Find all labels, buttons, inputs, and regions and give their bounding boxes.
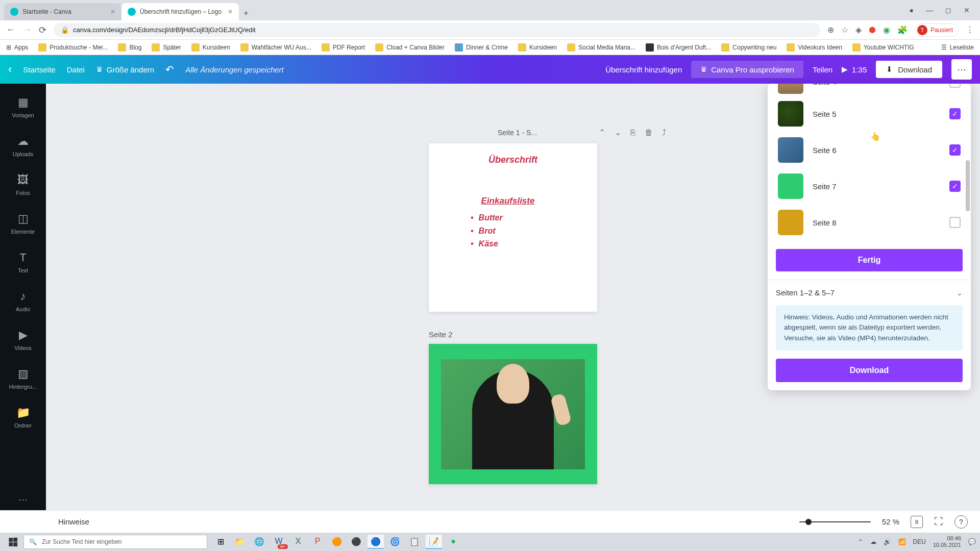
- download-button[interactable]: ⬇Download: [876, 61, 942, 78]
- home-link[interactable]: Startseite: [23, 65, 55, 74]
- excel-icon[interactable]: X: [290, 535, 306, 549]
- bookmark-item[interactable]: PDF Report: [322, 43, 365, 52]
- close-icon[interactable]: ✕: [228, 8, 233, 15]
- app-icon[interactable]: ⚫: [348, 535, 364, 549]
- checkbox[interactable]: [949, 84, 961, 88]
- sidebar-folders[interactable]: 📁Ordner: [0, 398, 46, 437]
- page-selector-list[interactable]: Seite 4 Seite 5 ✓ Seite 6 ✓ Seite 7 ✓ Se…: [768, 84, 971, 241]
- share-icon[interactable]: ⤴: [662, 128, 666, 137]
- minimize-icon[interactable]: —: [926, 6, 933, 14]
- checkbox-checked[interactable]: ✓: [949, 144, 961, 156]
- wifi-icon[interactable]: 📶: [898, 538, 906, 545]
- bookmark-item[interactable]: Bois d'Argent Duft...: [646, 43, 711, 52]
- apps-button[interactable]: ⊞Apps: [6, 44, 28, 51]
- sidebar-more[interactable]: ⋯: [18, 494, 28, 505]
- bookmark-item[interactable]: Produktsuche - Mer...: [38, 43, 108, 52]
- profile-icon[interactable]: ●: [910, 6, 914, 14]
- scrollbar[interactable]: [965, 84, 970, 241]
- volume-icon[interactable]: 🔊: [884, 538, 891, 545]
- checkbox-checked[interactable]: ✓: [949, 108, 961, 119]
- back-icon[interactable]: ←: [6, 24, 15, 35]
- bookmark-item[interactable]: Blog: [118, 43, 141, 52]
- document-title[interactable]: Überschrift hinzufügen: [605, 65, 682, 74]
- share-button[interactable]: Teilen: [813, 65, 832, 74]
- notifications-icon[interactable]: 💬: [968, 538, 976, 545]
- windows-search[interactable]: 🔍Zur Suche Text hier eingeben: [23, 535, 207, 549]
- forward-icon[interactable]: →: [22, 24, 32, 35]
- back-arrow-icon[interactable]: ‹: [8, 63, 12, 76]
- sidebar-photos[interactable]: 🖼Fotos: [0, 165, 46, 204]
- extensions-icon[interactable]: 🧩: [897, 25, 908, 35]
- zoom-icon[interactable]: ⊕: [827, 25, 834, 35]
- profile-paused[interactable]: T Pausiert: [915, 23, 959, 37]
- chevron-up-icon[interactable]: ⌃: [599, 128, 605, 137]
- grid-view-button[interactable]: 8: [911, 516, 923, 528]
- undo-icon[interactable]: ↶: [165, 63, 174, 76]
- checkbox-checked[interactable]: ✓: [949, 181, 961, 192]
- powerpoint-icon[interactable]: P: [309, 535, 326, 549]
- task-view-icon[interactable]: ⊞: [212, 535, 229, 549]
- word-icon[interactable]: W99+: [271, 535, 287, 549]
- app-icon[interactable]: 📋: [406, 535, 423, 549]
- browser-tab-1[interactable]: Startseite - Canva ✕: [4, 3, 121, 20]
- bookmark-item[interactable]: Wahlfächer WU Aus...: [240, 43, 311, 52]
- sidebar-elements[interactable]: ◫Elemente: [0, 204, 46, 243]
- reading-list[interactable]: ☰Leseliste: [941, 44, 974, 51]
- menu-icon[interactable]: ⋮: [966, 25, 974, 35]
- page-item-6[interactable]: Seite 6 ✓: [776, 132, 963, 168]
- page-item-4[interactable]: Seite 4: [776, 84, 963, 96]
- page-item-7[interactable]: Seite 7 ✓: [776, 168, 963, 205]
- file-menu[interactable]: Datei: [67, 65, 85, 74]
- sidebar-uploads[interactable]: ☁Uploads: [0, 127, 46, 165]
- bookmark-item[interactable]: Kursideen: [518, 43, 557, 52]
- clock[interactable]: 08:46 10.05.2021: [933, 535, 961, 548]
- sidebar-templates[interactable]: ▦Vorlagen: [0, 88, 46, 127]
- new-tab-button[interactable]: +: [239, 6, 253, 20]
- app-icon[interactable]: 📝: [426, 535, 442, 549]
- page-selection-dropdown[interactable]: Seiten 1–2 & 5–7 ⌄: [768, 280, 971, 305]
- canvas-page-1[interactable]: Überschrift Einkaufsliste Butter Brot Kä…: [429, 143, 597, 312]
- reload-icon[interactable]: ⟳: [39, 24, 46, 36]
- bookmark-item[interactable]: Videokurs Ideen: [787, 43, 842, 52]
- close-window-icon[interactable]: ✕: [964, 6, 970, 14]
- page-item-8[interactable]: Seite 8: [776, 205, 963, 241]
- panel-download-button[interactable]: Download: [776, 359, 963, 382]
- zoom-slider[interactable]: [799, 521, 871, 522]
- bookmark-item[interactable]: Social Media Mana...: [567, 43, 635, 52]
- sidebar-audio[interactable]: ♪Audio: [0, 282, 46, 320]
- more-menu-button[interactable]: ⋯: [951, 59, 972, 80]
- chrome-icon[interactable]: 🔵: [368, 535, 384, 549]
- address-bar[interactable]: 🔒 canva.com/design/DAEdomzscjl/drBfjHdCo…: [54, 23, 820, 37]
- play-button[interactable]: ▶1:35: [842, 65, 867, 74]
- try-pro-button[interactable]: ♛Canva Pro ausprobieren: [691, 61, 803, 78]
- notes-button[interactable]: Hinweise: [58, 517, 89, 526]
- canvas-page-2[interactable]: [429, 344, 597, 484]
- app-icon[interactable]: 🌐: [251, 535, 267, 549]
- done-button[interactable]: Fertig: [776, 249, 963, 271]
- chevron-down-icon[interactable]: ⌄: [615, 128, 621, 137]
- extension-icon[interactable]: ◉: [883, 25, 890, 35]
- bookmark-item[interactable]: Cload + Canva Bilder: [375, 43, 445, 52]
- close-icon[interactable]: ✕: [110, 8, 115, 15]
- extension-icon[interactable]: ⬢: [869, 25, 876, 35]
- app-icon[interactable]: 🟠: [329, 535, 345, 549]
- bookmark-item[interactable]: Youtube WICHTIG: [852, 43, 914, 52]
- bookmark-item[interactable]: Copywriting neu: [721, 43, 776, 52]
- browser-tab-2[interactable]: Überschrift hinzufügen – Logo ✕: [121, 3, 239, 20]
- bookmark-item[interactable]: Dinner & Crime: [455, 43, 508, 52]
- checkbox[interactable]: [949, 217, 961, 228]
- tray-chevron-icon[interactable]: ⌃: [858, 538, 863, 545]
- bookmark-item[interactable]: Später: [152, 43, 181, 52]
- fullscreen-icon[interactable]: ⛶: [934, 516, 943, 527]
- page-item-5[interactable]: Seite 5 ✓: [776, 96, 963, 132]
- language-indicator[interactable]: DEU: [913, 538, 926, 545]
- edge-icon[interactable]: 🌀: [387, 535, 403, 549]
- zoom-knob[interactable]: [805, 519, 812, 525]
- scrollbar-thumb[interactable]: [966, 160, 970, 211]
- resize-menu[interactable]: ♛Größe ändern: [96, 65, 154, 74]
- star-icon[interactable]: ☆: [841, 25, 848, 35]
- duplicate-icon[interactable]: ⎘: [630, 128, 635, 137]
- sidebar-videos[interactable]: ▶Videos: [0, 320, 46, 359]
- explorer-icon[interactable]: 📁: [232, 535, 248, 549]
- sidebar-text[interactable]: TText: [0, 243, 46, 282]
